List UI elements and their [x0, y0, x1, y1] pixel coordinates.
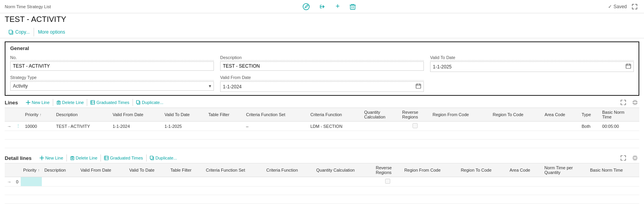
dth-region-to-code: Region To Code	[458, 163, 507, 177]
detail-table-row: → 0	[5, 177, 639, 186]
detail-row-criteria-set	[203, 177, 264, 186]
general-form: No. Description Valid To Date 1-1-2025 S…	[10, 55, 634, 92]
more-options-button[interactable]: More options	[34, 28, 69, 36]
valid-to-date-value: 1-1-2025	[433, 64, 452, 70]
lines-delete-line-button[interactable]: Delete Line	[53, 99, 88, 106]
valid-to-date-label: Valid To Date	[430, 55, 634, 61]
saved-indicator: ✓ Saved	[608, 4, 627, 9]
svg-rect-4	[626, 64, 631, 68]
expand-button[interactable]	[630, 3, 639, 11]
detail-row-table-filter	[168, 177, 204, 186]
table-row: → ⋮ 10000 TEST - ACTIVITY 1-1-2024 1-1-2…	[5, 122, 639, 131]
detail-delete-line-button[interactable]: Delete Line	[67, 154, 101, 161]
valid-from-date-field: Valid From Date 1-1-2024	[220, 75, 424, 92]
th-area-code: Area Code	[542, 108, 579, 122]
chevron-down-icon: ▾	[209, 83, 211, 89]
page-title: TEST - ACTIVITY	[0, 13, 644, 26]
dth-table-filter: Table Filter	[168, 163, 204, 177]
th-criteria-function: Criteria Function	[308, 108, 362, 122]
svg-rect-6	[57, 101, 60, 104]
detail-expand-button[interactable]	[619, 154, 628, 161]
row-arrow: →	[5, 122, 14, 131]
detail-lines-header-left: Detail lines New Line Delete Line	[5, 154, 180, 161]
top-bar: Norm Time Strategy List + ✓ Save	[0, 0, 644, 13]
row-priority: 10000	[23, 122, 54, 131]
th-basic-norm-time: Basic NormTime	[600, 108, 639, 122]
detail-row-description	[42, 177, 78, 186]
row-dots[interactable]: ⋮	[14, 122, 23, 131]
top-bar-right: ✓ Saved	[608, 3, 639, 11]
th-region-to-code: Region To Code	[490, 108, 542, 122]
svg-rect-13	[150, 156, 153, 159]
detail-new-line-button[interactable]: New Line	[36, 154, 67, 161]
row-area-code	[542, 122, 579, 131]
copy-button[interactable]: Copy...	[5, 28, 34, 36]
lines-header: Lines New Line Delete Line Gradu	[5, 99, 639, 108]
dth-basic-norm-time: Basic Norm Time	[588, 163, 639, 177]
add-button[interactable]: +	[334, 2, 341, 11]
th-table-filter: Table Filter	[206, 108, 244, 122]
detail-row-reverse	[373, 177, 402, 186]
detail-empty-row-2	[5, 195, 639, 204]
detail-graduated-times-button[interactable]: Graduated Times	[101, 154, 146, 161]
dth-criteria-function: Criteria Function	[264, 163, 314, 177]
lines-graduated-times-button[interactable]: Graduated Times	[87, 99, 133, 106]
row-criteria-function-set: –	[244, 122, 308, 131]
detail-row-norm-time-qty	[542, 177, 588, 186]
empty-row-2	[5, 140, 639, 148]
lines-expand-button[interactable]	[619, 99, 628, 106]
no-label: No.	[10, 55, 214, 61]
lines-collapse-button[interactable]	[631, 99, 639, 106]
svg-rect-9	[136, 100, 139, 104]
lines-duplicate-button[interactable]: Duplicate...	[133, 99, 167, 106]
general-section: General No. Description Valid To Date 1-…	[5, 41, 639, 96]
th-valid-from-date: Valid From Date	[110, 108, 162, 122]
detail-row-region-from	[402, 177, 459, 186]
strategy-type-field: Strategy Type Activity ▾	[10, 75, 214, 92]
strategy-type-select[interactable]: Activity ▾	[10, 81, 214, 91]
valid-from-date-container: 1-1-2024	[220, 81, 424, 92]
breadcrumb: Norm Time Strategy List	[5, 4, 51, 9]
th-valid-to-date: Valid To Date	[162, 108, 206, 122]
edit-button[interactable]	[301, 2, 311, 11]
dth-region-from-code: Region From Code	[402, 163, 459, 177]
dth-valid-from-date: Valid From Date	[78, 163, 127, 177]
calendar-icon-from[interactable]	[416, 83, 421, 90]
description-field: Description	[220, 55, 424, 72]
lines-section: Lines New Line Delete Line Gradu	[5, 99, 639, 148]
svg-rect-10	[71, 157, 74, 160]
dth-area-code: Area Code	[507, 163, 542, 177]
valid-to-date-container: 1-1-2025	[430, 61, 634, 72]
calendar-icon[interactable]	[626, 63, 631, 70]
detail-row-basic-norm-time	[588, 177, 639, 186]
valid-from-date-value: 1-1-2024	[223, 84, 242, 90]
row-reverse-regions	[400, 122, 431, 131]
detail-collapse-button[interactable]	[631, 154, 639, 161]
svg-rect-1	[350, 5, 355, 9]
detail-duplicate-button[interactable]: Duplicate...	[147, 154, 180, 161]
detail-reverse-checkbox[interactable]	[385, 179, 390, 184]
th-priority: Priority ↑	[23, 108, 54, 122]
th-dots	[14, 108, 23, 122]
top-bar-center: +	[301, 2, 358, 11]
reverse-regions-checkbox[interactable]	[413, 123, 418, 128]
th-region-from-code: Region From Code	[430, 108, 490, 122]
dth-dots	[14, 163, 21, 177]
share-button[interactable]	[318, 2, 328, 11]
row-basic-norm-time: 00:05:00	[600, 122, 639, 131]
lines-new-line-button[interactable]: New Line	[23, 99, 53, 106]
th-reverse-regions: ReverseRegions	[400, 108, 431, 122]
th-description: Description	[54, 108, 110, 122]
detail-row-criteria-function	[264, 177, 314, 186]
row-quantity-calculation	[362, 122, 400, 131]
no-input[interactable]	[10, 61, 214, 71]
th-quantity-calculation: QuantityCalculation	[362, 108, 400, 122]
lines-header-left: Lines New Line Delete Line Gradu	[5, 99, 167, 106]
detail-lines-section: Detail lines New Line Delete Line	[5, 154, 639, 204]
dth-valid-to-date: Valid To Date	[127, 163, 168, 177]
row-valid-from-date: 1-1-2024	[110, 122, 162, 131]
delete-button[interactable]	[348, 2, 358, 11]
detail-row-region-to	[458, 177, 507, 186]
detail-lines-table-header: Priority ↑ Description Valid From Date V…	[5, 163, 639, 177]
description-input[interactable]	[220, 61, 424, 71]
